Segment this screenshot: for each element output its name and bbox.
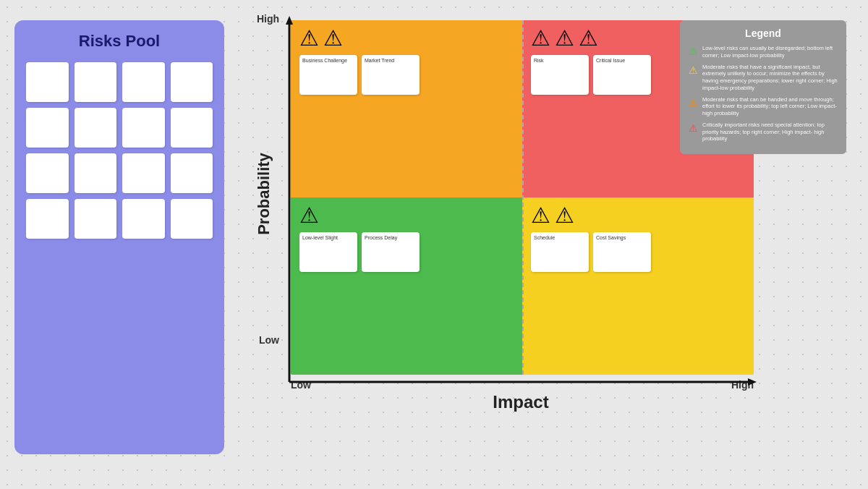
risk-card[interactable]: Process Delay bbox=[362, 232, 420, 272]
cards-bot-right: Schedule Cost Savings bbox=[528, 229, 748, 275]
pool-card[interactable] bbox=[171, 62, 213, 102]
legend-item-red: ⚠ Critically important risks need specia… bbox=[689, 122, 838, 143]
legend-text-orange: Moderate risks that can be handled and m… bbox=[702, 96, 838, 117]
warning-icons-bot-left: ⚠ bbox=[299, 205, 516, 226]
quadrant-bot-left: ⚠ Low-level Slight Process Delay bbox=[291, 197, 522, 375]
pool-grid bbox=[26, 62, 213, 239]
legend-icon-green: ⚠ bbox=[689, 46, 698, 57]
warning-icon: ⚠ bbox=[299, 27, 319, 49]
pool-card[interactable] bbox=[75, 199, 117, 239]
pool-card[interactable] bbox=[26, 199, 69, 239]
risks-pool-title: Risks Pool bbox=[79, 32, 160, 51]
legend-box: Legend ⚠ Low-level risks can usually be … bbox=[680, 20, 846, 154]
warning-icon: ⚠ bbox=[579, 27, 598, 49]
pool-card[interactable] bbox=[122, 108, 165, 148]
x-low-label: Low bbox=[291, 379, 311, 391]
risk-card[interactable]: Risk bbox=[531, 55, 589, 95]
legend-text-yellow: Moderate risks that have a significant i… bbox=[702, 64, 838, 92]
legend-item-green: ⚠ Low-level risks can usually be disrega… bbox=[689, 45, 838, 59]
warning-icons-top-left: ⚠ ⚠ bbox=[299, 27, 516, 49]
risk-card[interactable]: Cost Savings bbox=[593, 232, 651, 272]
risks-pool: Risks Pool bbox=[14, 20, 224, 454]
y-high-label: High bbox=[257, 13, 279, 25]
pool-card[interactable] bbox=[75, 62, 117, 102]
x-axis-labels: Low High bbox=[291, 379, 754, 391]
legend-item-yellow: ⚠ Moderate risks that have a significant… bbox=[689, 64, 838, 92]
pool-card[interactable] bbox=[75, 108, 117, 148]
x-high-label: High bbox=[731, 379, 754, 391]
legend-text-red: Critically important risks need special … bbox=[702, 122, 838, 143]
warning-icon: ⚠ bbox=[531, 27, 550, 49]
risk-card[interactable]: Business Challenge bbox=[299, 55, 357, 95]
pool-card[interactable] bbox=[26, 153, 69, 193]
warning-icon: ⚠ bbox=[555, 27, 574, 49]
risk-card[interactable]: Market Trend bbox=[362, 55, 420, 95]
warning-icons-bot-right: ⚠ ⚠ bbox=[531, 205, 748, 226]
legend-icon-yellow: ⚠ bbox=[689, 64, 698, 76]
warning-icon: ⚠ bbox=[323, 27, 343, 49]
legend-item-orange: ⚠ Moderate risks that can be handled and… bbox=[689, 96, 838, 117]
main-container: Risks Pool Probability Hig bbox=[14, 13, 854, 476]
risk-card[interactable]: Schedule bbox=[531, 232, 589, 272]
legend-icon-orange: ⚠ bbox=[689, 97, 698, 109]
y-axis-side: Probability High Low bbox=[239, 13, 282, 375]
pool-card[interactable] bbox=[122, 62, 165, 102]
quadrant-bot-right: ⚠ ⚠ Schedule Cost Savings bbox=[522, 197, 754, 375]
pool-card[interactable] bbox=[122, 153, 165, 193]
pool-card[interactable] bbox=[171, 108, 213, 148]
cards-top-left: Business Challenge Market Trend bbox=[297, 52, 516, 98]
x-axis-label-text: Impact bbox=[493, 392, 548, 412]
risk-card[interactable]: Critical Issue bbox=[593, 55, 651, 95]
pool-card[interactable] bbox=[122, 199, 165, 239]
legend-title: Legend bbox=[689, 27, 838, 39]
legend-text-green: Low-level risks can usually be disregard… bbox=[702, 45, 838, 59]
pool-card[interactable] bbox=[26, 62, 69, 102]
pool-card[interactable] bbox=[75, 153, 117, 193]
warning-icon: ⚠ bbox=[555, 205, 574, 226]
risk-card[interactable]: Low-level Slight bbox=[299, 232, 357, 272]
pool-card[interactable] bbox=[171, 199, 213, 239]
pool-card[interactable] bbox=[26, 108, 69, 148]
warning-icon: ⚠ bbox=[299, 205, 319, 226]
pool-card[interactable] bbox=[171, 153, 213, 193]
y-axis-label: Probability bbox=[255, 153, 273, 235]
legend-icon-red: ⚠ bbox=[689, 122, 698, 134]
y-low-label: Low bbox=[259, 334, 279, 346]
cards-bot-left: Low-level Slight Process Delay bbox=[297, 229, 516, 275]
x-axis-title: Impact bbox=[282, 392, 760, 412]
quadrant-top-left: ⚠ ⚠ Business Challenge Market Trend bbox=[291, 20, 522, 197]
warning-icon: ⚠ bbox=[531, 205, 550, 226]
